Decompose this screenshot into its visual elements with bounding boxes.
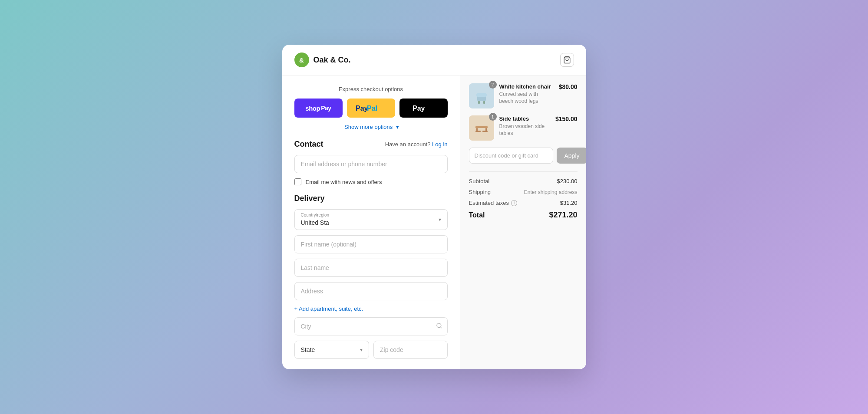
delivery-title: Delivery — [294, 194, 448, 203]
contact-section-header: Contact Have an account? Log in — [294, 140, 448, 149]
tables-info: Side tables Brown wooden side tables — [499, 115, 550, 137]
country-select[interactable]: United Sta — [295, 210, 447, 230]
contact-title: Contact — [294, 140, 323, 149]
totals-section: Subtotal $230.00 Shipping Enter shipping… — [469, 171, 578, 220]
newsletter-label: Email me with news and offers — [306, 179, 382, 185]
country-select-wrapper: Country/region United Sta ▾ — [294, 209, 448, 230]
svg-text:Pay: Pay — [356, 105, 368, 112]
discount-row: Apply — [469, 148, 578, 164]
taxes-row: Estimated taxes i $31.20 — [469, 200, 578, 206]
svg-text:Pal: Pal — [367, 105, 377, 112]
subtotal-label: Subtotal — [469, 178, 490, 184]
logo-icon: & — [294, 53, 309, 67]
chair-name: White kitchen chair — [499, 83, 554, 90]
subtotal-value: $230.00 — [557, 178, 578, 184]
chair-badge: 2 — [489, 81, 497, 89]
search-icon — [436, 322, 442, 330]
tables-badge: 1 — [489, 113, 497, 121]
login-link[interactable]: Log in — [432, 141, 447, 148]
order-item-chair: 2 White kitchen chair Curved seat with b… — [469, 83, 578, 108]
chair-price: $80.00 — [559, 83, 578, 90]
email-group — [294, 155, 448, 173]
main-layout: Express checkout options shopPay Pay Pal… — [282, 76, 586, 369]
svg-rect-12 — [476, 128, 478, 131]
total-label: Total — [469, 211, 485, 219]
express-buttons: shopPay Pay Pal Pay — [294, 99, 448, 118]
taxes-value: $31.20 — [560, 200, 578, 206]
brand-name: Oak & Co. — [314, 56, 351, 65]
svg-text:Pay: Pay — [413, 105, 425, 112]
svg-rect-13 — [485, 128, 487, 131]
svg-rect-9 — [475, 126, 488, 128]
newsletter-row: Email me with news and offers — [294, 178, 448, 185]
discount-input[interactable] — [469, 148, 553, 164]
paypal-button[interactable]: Pay Pal — [347, 99, 395, 118]
total-row: Total $271.20 — [469, 210, 578, 220]
first-name-group — [294, 235, 448, 253]
country-group: Country/region United Sta ▾ — [294, 209, 448, 230]
order-item-tables: 1 Side tables Brown wooden side tables $… — [469, 115, 578, 141]
state-select[interactable]: State — [295, 341, 369, 358]
last-name-input[interactable] — [294, 259, 448, 277]
taxes-info-icon[interactable]: i — [511, 200, 517, 206]
svg-rect-7 — [478, 101, 480, 104]
state-select-wrapper: State ▾ — [294, 341, 370, 359]
express-title: Express checkout options — [294, 86, 448, 92]
header: & Oak & Co. — [282, 45, 586, 76]
taxes-label: Estimated taxes i — [469, 200, 518, 206]
chair-info: White kitchen chair Curved seat with bee… — [499, 83, 554, 105]
city-input[interactable] — [294, 317, 448, 335]
checkout-modal: & Oak & Co. Express checkout options sho… — [282, 45, 586, 369]
right-panel: 2 White kitchen chair Curved seat with b… — [460, 76, 586, 369]
svg-rect-10 — [475, 131, 481, 132]
logo-area: & Oak & Co. — [294, 53, 351, 67]
svg-point-4 — [436, 323, 441, 328]
login-prompt: Have an account? Log in — [385, 141, 448, 148]
subtotal-row: Subtotal $230.00 — [469, 178, 578, 184]
applepay-button[interactable]: Pay — [399, 99, 448, 118]
show-more-options[interactable]: Show more options ▾ — [294, 124, 448, 130]
svg-rect-8 — [483, 101, 485, 104]
newsletter-checkbox[interactable] — [294, 178, 301, 185]
svg-rect-6 — [476, 93, 487, 97]
shoppay-button[interactable]: shopPay — [294, 99, 343, 118]
first-name-input[interactable] — [294, 235, 448, 253]
tables-image-wrap: 1 — [469, 115, 494, 141]
add-apartment-link[interactable]: + Add apartment, suite, etc. — [294, 306, 448, 312]
tables-desc: Brown wooden side tables — [499, 123, 550, 137]
total-value: $271.20 — [549, 210, 577, 220]
city-group — [294, 317, 448, 335]
last-name-group — [294, 259, 448, 277]
shipping-row: Shipping Enter shipping address — [469, 189, 578, 195]
tables-price: $150.00 — [555, 115, 578, 122]
shipping-label: Shipping — [469, 189, 491, 195]
item-image-wrap: 2 — [469, 83, 494, 108]
cart-icon[interactable] — [560, 53, 574, 67]
chair-desc: Curved seat with beech wood legs — [499, 91, 554, 105]
left-panel: Express checkout options shopPay Pay Pal… — [282, 76, 460, 369]
email-input[interactable] — [294, 155, 448, 173]
tables-name: Side tables — [499, 115, 550, 122]
zip-input[interactable] — [373, 341, 448, 359]
shipping-value: Enter shipping address — [524, 189, 578, 195]
state-zip-row: State ▾ — [294, 341, 448, 359]
apply-button[interactable]: Apply — [557, 148, 586, 164]
address-group — [294, 282, 448, 300]
zip-group — [373, 341, 448, 359]
svg-rect-11 — [482, 131, 488, 132]
address-input[interactable] — [294, 282, 448, 300]
